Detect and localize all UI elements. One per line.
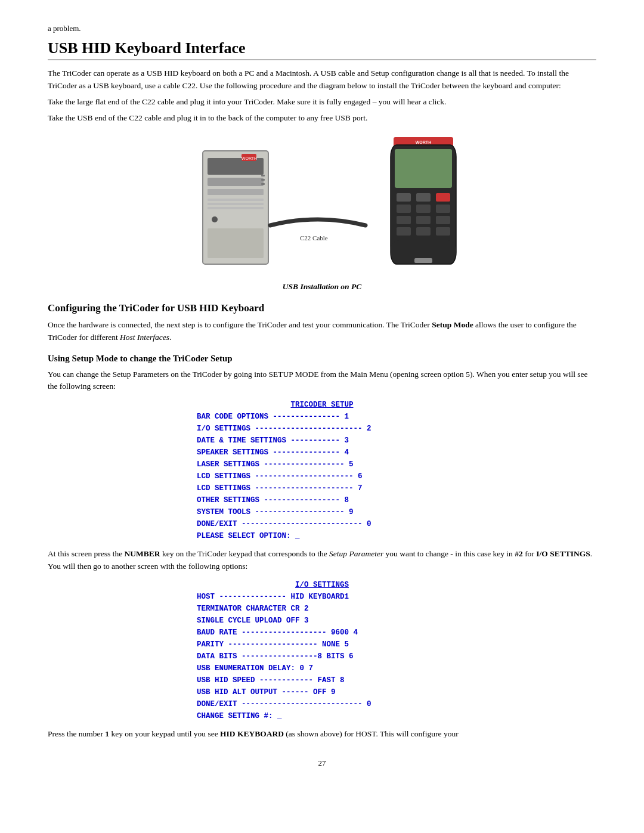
menu-item-7: LCD SETTINGS ---------------------- 7 [197,482,447,494]
menu-item-8: OTHER SETTINGS ----------------- 8 [197,494,447,506]
svg-rect-21 [436,193,450,202]
svg-rect-3 [208,189,264,195]
svg-rect-23 [416,205,431,213]
menu-item-9: SYSTEM TOOLS -------------------- 9 [197,506,447,518]
top-note: a problem. [48,24,596,33]
cable-svg: C22 Cable [267,208,369,243]
setup-menu-title: TRICODER SETUP [197,399,447,411]
image-caption: USB Installation on PC [283,282,361,292]
svg-text:WORTH: WORTH [242,156,257,160]
io-item-3: SINGLE CYCLE UPLOAD OFF 3 [197,615,447,627]
svg-text:C22 Cable: C22 Cable [300,234,328,241]
menu-item-6: LCD SETTINGS ---------------------- 6 [197,470,447,482]
svg-rect-6 [208,207,264,209]
configuring-text: Once the hardware is connected, the next… [48,319,596,344]
io-item-2: TERMINATOR CHARACTER CR 2 [197,603,447,615]
svg-rect-22 [397,205,411,213]
io-item-5: PARITY -------------------- NONE 5 [197,639,447,651]
svg-rect-11 [261,175,265,176]
using-setup-title: Using Setup Mode to change the TriCoder … [48,354,596,364]
image-area: WORTH C22 Cable WORTH [48,135,596,292]
menu-item-2: I/O SETTINGS ------------------------ 2 [197,423,447,435]
using-setup-intro: You can change the Setup Parameters on t… [48,368,596,394]
tricoder-setup-menu: TRICODER SETUP BAR CODE OPTIONS --------… [197,399,447,542]
svg-rect-27 [436,216,450,224]
middle-text: At this screen press the NUMBER key on t… [48,548,596,573]
menu-select-prompt: PLEASE SELECT OPTION: _ [197,530,447,542]
svg-rect-4 [208,199,264,201]
pc-tower-svg: WORTH [197,145,274,270]
svg-rect-20 [416,193,431,202]
section-title: USB HID Keyboard Interface [48,39,596,60]
svg-rect-24 [436,205,450,213]
svg-rect-5 [208,203,264,205]
svg-rect-25 [397,216,411,224]
io-change-prompt: CHANGE SETTING #: _ [197,710,447,722]
io-item-6: DATA BITS -----------------8 BITS 6 [197,651,447,662]
svg-rect-2 [208,178,264,186]
menu-item-1: BAR CODE OPTIONS --------------- 1 [197,411,447,423]
svg-rect-12 [261,179,265,181]
menu-item-done: DONE/EXIT --------------------------- 0 [197,518,447,530]
svg-point-7 [212,216,218,222]
svg-rect-19 [397,193,411,202]
svg-rect-28 [397,227,411,236]
io-item-4: BAUD RATE ------------------- 9600 4 [197,627,447,639]
menu-item-4: SPEAKER SETTINGS --------------- 4 [197,447,447,459]
svg-rect-31 [391,240,456,261]
cable-area: C22 Cable [267,208,369,246]
section-para-1: The TriCoder can operate as a USB HID ke… [48,67,596,92]
io-item-done: DONE/EXIT --------------------------- 0 [197,698,447,710]
section-para-2: Take the large flat end of the C22 cable… [48,96,596,109]
page-number: 27 [48,758,596,768]
io-item-7: USB ENUMERATION DELAY: 0 7 [197,662,447,674]
section-para-3: Take the USB end of the C22 cable and pl… [48,112,596,125]
svg-text:WORTH: WORTH [416,140,431,144]
svg-rect-30 [436,227,450,236]
svg-rect-13 [261,183,265,185]
io-menu-title: I/O SETTINGS [197,579,447,591]
io-item-9: USB HID ALT OUTPUT ------ OFF 9 [197,686,447,698]
bottom-text: Press the number 1 key on your keypad un… [48,728,596,741]
tricoder-svg: WORTH [388,136,459,273]
svg-rect-18 [395,149,452,188]
svg-rect-26 [416,216,431,224]
device-row: WORTH C22 Cable WORTH [179,135,465,278]
svg-rect-8 [208,228,264,258]
io-item-8: USB HID SPEED ------------ FAST 8 [197,674,447,686]
menu-item-5: LASER SETTINGS ------------------ 5 [197,459,447,470]
configuring-title: Configuring the TriCoder for USB HID Key… [48,302,596,314]
io-item-1: HOST --------------- HID KEYBOARD1 [197,591,447,603]
io-settings-menu: I/O SETTINGS HOST --------------- HID KE… [197,579,447,722]
svg-rect-29 [416,227,431,236]
menu-item-3: DATE & TIME SETTINGS ----------- 3 [197,435,447,447]
svg-rect-32 [414,258,432,263]
